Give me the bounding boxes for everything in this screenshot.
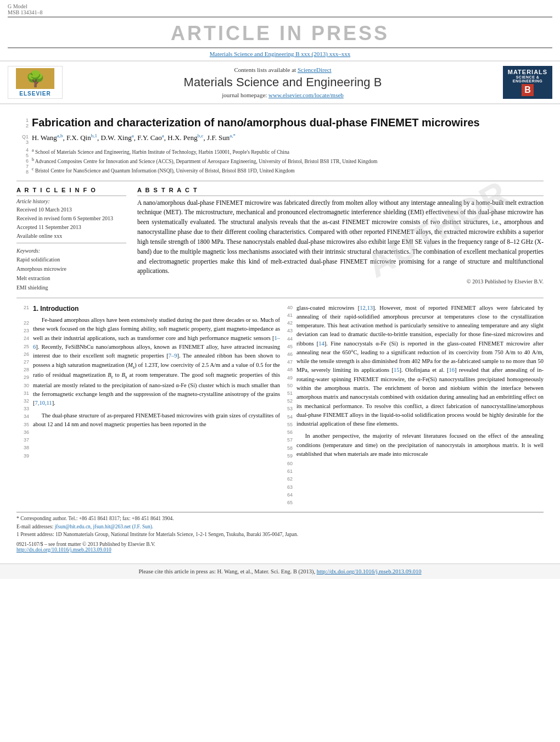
article-title: Fabrication and characterization of nano… [32, 115, 480, 130]
right-line-nums: 40 41 42 43 44 45 46 47 48 49 50 51 52 5… [282, 304, 294, 507]
article-body: 1 2 Fabrication and characterization of … [0, 104, 560, 558]
keyword-1: Rapid solidification [16, 255, 126, 264]
intro-para-2: The dual-phase structure of as-prepared … [33, 411, 280, 429]
info-divider-1 [16, 196, 126, 196]
authors-line-num: Q1 3 [16, 133, 32, 145]
left-main-col: 1. Introduction Fe-based amorphous alloy… [33, 304, 280, 507]
main-body: 21 22 23 24 25 26 27 28 29 30 31 32 33 3… [16, 304, 544, 507]
keywords-label: Keywords: [16, 248, 126, 254]
title-line-nums: 1 2 [16, 115, 32, 130]
keyword-3: Melt extraction [16, 274, 126, 283]
footnote-email-link[interactable]: jfsun@hit.edu.cn, jfsun.hit@263.net (J.F… [55, 524, 154, 529]
revised-date: Received in revised form 6 September 201… [16, 214, 126, 223]
divider-2 [16, 298, 544, 298]
elsevier-logo-graphic: 🌳 [16, 68, 54, 89]
model-label: G Model [8, 3, 43, 9]
authors-section: Q1 3 H. Wanga,b, F.X. Qinb,1, D.W. Xinga… [16, 133, 544, 145]
affil-c: c Bristol Centre for NanoScience and Qua… [32, 166, 377, 175]
issn-line: 0921-5107/$ – see front matter © 2013 Pu… [16, 542, 544, 547]
divider-1 [16, 181, 544, 181]
affil-line-nums: 4 5 6 7 8 [16, 147, 32, 175]
footnotes-section: * Corresponding author. Tel.: +86 451 86… [16, 512, 544, 538]
page: AUTHOR G Model MSB 134341–8 ARTICLE IN P… [0, 0, 560, 579]
elsevier-text: ELSEVIER [19, 91, 51, 97]
abstract-col: A B S T R A C T A nano/amorphous dual-ph… [137, 187, 544, 292]
abstract-head: A B S T R A C T [137, 187, 544, 193]
homepage-line: journal homepage: www.elsevier.com/locat… [68, 92, 497, 98]
left-line-nums: 21 22 23 24 25 26 27 28 29 30 31 32 33 3… [16, 304, 31, 507]
homepage-link[interactable]: www.elsevier.com/locate/mseb [268, 92, 344, 98]
abstract-text: A nano/amorphous dual-phase FINEMET micr… [137, 198, 544, 277]
citation-doi-link[interactable]: http://dx.doi.org/10.1016/j.mseb.2013.09… [317, 568, 422, 574]
accepted-date: Accepted 11 September 2013 [16, 223, 126, 232]
citation-bar: Please cite this article in press as: H.… [0, 564, 560, 579]
article-info-col: A R T I C L E I N F O Article history: R… [16, 187, 126, 292]
logo-b: B [522, 84, 534, 96]
contents-line: Contents lists available at ScienceDirec… [68, 66, 497, 73]
intro-title: 1. Introduction [33, 304, 280, 314]
elsevier-logo: 🌳 ELSEVIER [8, 66, 63, 99]
title-section: 1 2 Fabrication and characterization of … [16, 115, 544, 130]
journal-title: Materials Science and Engineering B [68, 75, 497, 90]
right-main-col: glass-coated microwires [12,13]. However… [296, 304, 544, 507]
journal-header: 🌳 ELSEVIER Contents lists available at S… [0, 60, 560, 104]
article-info-head: A R T I C L E I N F O [16, 187, 126, 193]
intro-para-1: Fe-based amorphous alloys have been exte… [33, 316, 280, 408]
footnote-email: E-mail addresses: jfsun@hit.edu.cn, jfsu… [16, 523, 544, 531]
keyword-2: Amorphous microwire [16, 264, 126, 274]
manuscript-label: MSB 134341–8 [8, 9, 43, 15]
citation-text: Please cite this article in press as: H.… [138, 568, 315, 574]
copyright-line: © 2013 Published by Elsevier B.V. [137, 278, 544, 284]
abstract-divider [137, 196, 544, 196]
footnote-1: 1 Present address: 1D Nanomaterials Grou… [16, 531, 544, 538]
history-label: Article history: [16, 198, 126, 204]
article-in-press-banner: ARTICLE IN PRESS [8, 16, 552, 48]
affiliations-section: 4 5 6 7 8 a School of Materials Science … [16, 147, 544, 175]
logo-sci: SCIENCE & [516, 75, 540, 79]
right-para-1: glass-coated microwires [12,13]. However… [296, 304, 544, 429]
logo-eng: ENGINEERING [513, 79, 543, 83]
logo-mat: MATERIALS [508, 69, 547, 75]
keywords-section: Keywords: Rapid solidification Amorphous… [16, 248, 126, 292]
available-date: Available online xxx [16, 232, 126, 241]
info-abstract-section: A R T I C L E I N F O Article history: R… [16, 187, 544, 292]
keyword-4: EMI shielding [16, 283, 126, 292]
doi-section: 0921-5107/$ – see front matter © 2013 Pu… [16, 542, 544, 553]
received-date: Received 10 March 2013 [16, 205, 126, 214]
journal-center: Contents lists available at ScienceDirec… [68, 66, 497, 98]
info-divider-2 [16, 243, 126, 243]
right-para-2: In another perspective, the majority of … [296, 432, 544, 459]
doi-link[interactable]: http://dx.doi.org/10.1016/j.mseb.2013.09… [16, 547, 544, 553]
affil-a: a School of Materials Science and Engine… [32, 147, 377, 157]
top-bar: G Model MSB 134341–8 [0, 0, 560, 16]
sciencedirect-link[interactable]: ScienceDirect [298, 66, 332, 73]
footnote-star: * Corresponding author. Tel.: +86 451 86… [16, 515, 544, 522]
journal-logo-right: MATERIALS SCIENCE & ENGINEERING B [503, 66, 552, 99]
affil-b: b Advanced Composites Centre for Innovat… [32, 157, 377, 166]
journal-ref[interactable]: Materials Science and Engineering B xxx … [0, 48, 560, 60]
author-list: H. Wanga,b, F.X. Qinb,1, D.W. Xinga, F.Y… [32, 133, 236, 145]
affiliations: a School of Materials Science and Engine… [32, 147, 377, 175]
